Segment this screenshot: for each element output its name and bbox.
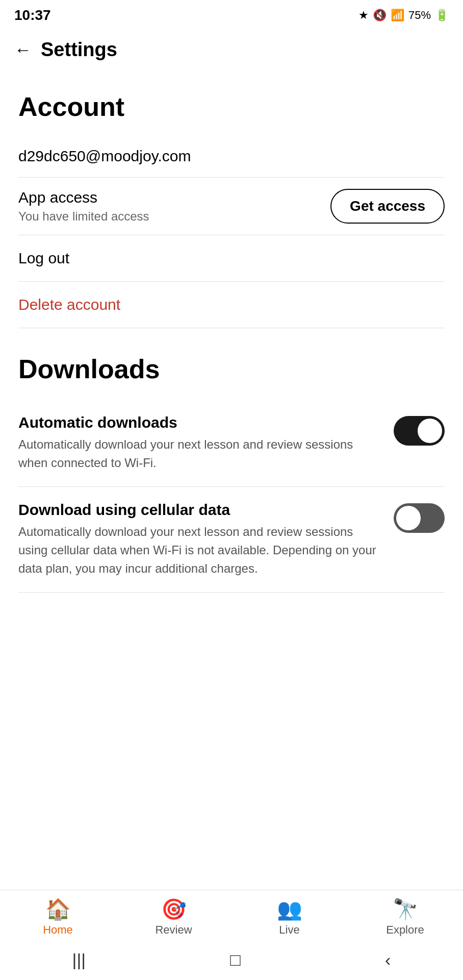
nav-home-label: Home (43, 923, 73, 937)
battery-icon: 🔋 (435, 9, 449, 22)
status-time: 10:37 (14, 7, 51, 23)
mute-icon: 🔇 (373, 9, 387, 22)
app-access-sublabel: You have limited access (18, 209, 149, 224)
back-button[interactable]: ← (14, 40, 32, 60)
bottom-nav: 🏠 Home 🎯 Review 👥 Live 🔭 Explore (0, 890, 463, 942)
email-address: d29dc650@moodjoy.com (18, 148, 191, 164)
get-access-button[interactable]: Get access (330, 189, 445, 224)
app-access-label: App access (18, 189, 149, 206)
downloads-section-title: Downloads (18, 354, 445, 384)
status-bar: 10:37 ★ 🔇 📶 75% 🔋 (0, 0, 463, 29)
automatic-downloads-sublabel: Automatically download your next lesson … (18, 435, 383, 472)
nav-review[interactable]: 🎯 Review (143, 897, 204, 937)
review-icon: 🎯 (161, 897, 187, 921)
cellular-data-label: Download using cellular data (18, 501, 383, 519)
email-row: d29dc650@moodjoy.com (18, 137, 445, 178)
automatic-downloads-label: Automatic downloads (18, 414, 383, 431)
account-section: Account d29dc650@moodjoy.com App access … (18, 91, 445, 328)
app-access-info: App access You have limited access (18, 189, 149, 224)
settings-content: Account d29dc650@moodjoy.com App access … (0, 71, 463, 890)
nav-explore[interactable]: 🔭 Explore (375, 897, 436, 937)
page-title: Settings (41, 39, 117, 61)
status-icons: ★ 🔇 📶 75% 🔋 (358, 9, 449, 22)
android-nav-bar: ||| □ ‹ (0, 942, 463, 980)
delete-account-label: Delete account (18, 296, 120, 313)
automatic-downloads-info: Automatic downloads Automatically downlo… (18, 414, 383, 472)
nav-review-label: Review (155, 923, 192, 937)
android-back-button[interactable]: ‹ (385, 950, 391, 970)
logout-row[interactable]: Log out (18, 235, 445, 282)
toggle-knob (418, 419, 442, 443)
app-access-row: App access You have limited access Get a… (18, 178, 445, 235)
nav-home[interactable]: 🏠 Home (28, 897, 89, 937)
cellular-data-info: Download using cellular data Automatical… (18, 501, 383, 578)
nav-explore-label: Explore (386, 923, 424, 937)
toggle-knob-cellular (396, 506, 421, 530)
header: ← Settings (0, 29, 463, 71)
explore-icon: 🔭 (393, 897, 418, 921)
wifi-icon: 📶 (391, 9, 404, 22)
account-section-title: Account (18, 91, 445, 122)
cellular-data-toggle[interactable] (394, 503, 445, 533)
battery-level: 75% (408, 9, 431, 22)
delete-account-row[interactable]: Delete account (18, 282, 445, 328)
bluetooth-icon: ★ (358, 9, 369, 22)
nav-live[interactable]: 👥 Live (259, 897, 320, 937)
automatic-downloads-row: Automatic downloads Automatically downlo… (18, 400, 445, 487)
android-home-button[interactable]: □ (230, 950, 241, 970)
cellular-data-row: Download using cellular data Automatical… (18, 487, 445, 593)
live-icon: 👥 (277, 897, 302, 921)
home-icon: 🏠 (45, 897, 71, 921)
automatic-downloads-toggle[interactable] (394, 416, 445, 446)
logout-label: Log out (18, 250, 69, 266)
android-menu-button[interactable]: ||| (72, 950, 86, 970)
downloads-section: Downloads Automatic downloads Automatica… (18, 354, 445, 593)
nav-live-label: Live (279, 923, 299, 937)
cellular-data-sublabel: Automatically download your next lesson … (18, 523, 383, 578)
